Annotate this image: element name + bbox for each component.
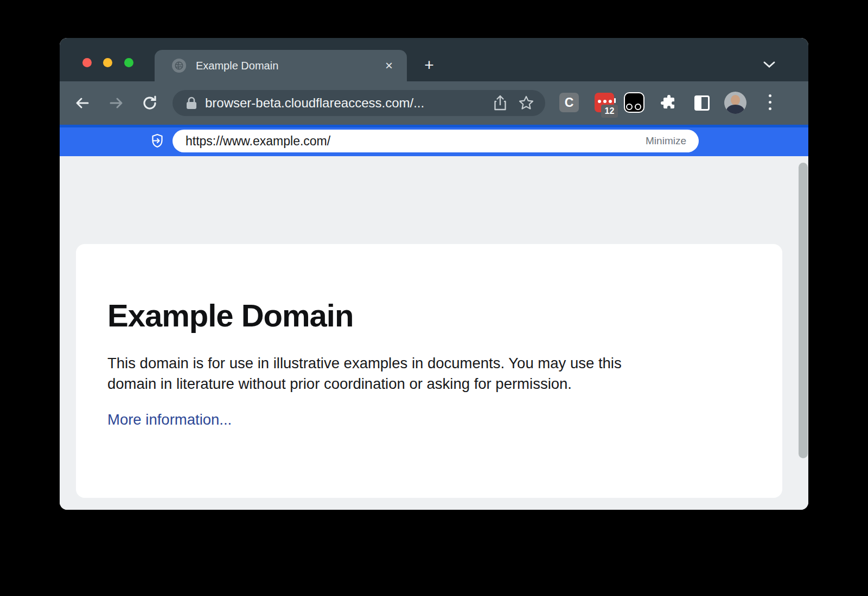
chevron-down-icon[interactable] bbox=[762, 60, 777, 69]
minimize-button[interactable]: Minimize bbox=[646, 135, 686, 147]
traffic-light-close-icon[interactable] bbox=[82, 58, 92, 67]
tab-strip: Example Domain × + bbox=[60, 38, 808, 81]
more-information-link[interactable]: More information... bbox=[107, 411, 232, 428]
lock-icon bbox=[186, 97, 197, 110]
kebab-menu-icon[interactable] bbox=[769, 94, 772, 114]
page-viewport: Example Domain This domain is for use in… bbox=[60, 156, 808, 510]
body-text: This domain is for use in illustrative e… bbox=[107, 353, 750, 394]
browser-toolbar: browser-beta.cloudflareaccess.com/... C … bbox=[60, 81, 808, 125]
back-icon[interactable] bbox=[74, 94, 91, 112]
browser-window: Example Domain × + bbox=[60, 38, 808, 510]
isolation-url-input[interactable]: https://www.example.com/ Minimize bbox=[173, 130, 699, 152]
globe-favicon-icon bbox=[172, 59, 186, 73]
traffic-light-zoom-icon[interactable] bbox=[124, 58, 133, 67]
star-icon[interactable] bbox=[519, 95, 534, 111]
scrollbar-thumb[interactable] bbox=[799, 163, 808, 458]
extension-c-icon[interactable]: C bbox=[559, 93, 579, 112]
share-icon[interactable] bbox=[493, 95, 507, 111]
tab-example-domain[interactable]: Example Domain × bbox=[155, 50, 407, 81]
body-line-2: domain in literature without prior coord… bbox=[107, 374, 750, 394]
address-bar-url[interactable]: browser-beta.cloudflareaccess.com/... bbox=[205, 95, 493, 111]
extension-black-icon[interactable] bbox=[624, 92, 644, 113]
isolation-bar: https://www.example.com/ Minimize bbox=[60, 125, 808, 156]
new-tab-icon[interactable]: + bbox=[422, 59, 436, 73]
close-icon[interactable]: × bbox=[385, 59, 393, 72]
tab-title: Example Domain bbox=[196, 60, 385, 72]
isolation-url[interactable]: https://www.example.com/ bbox=[186, 134, 646, 149]
shield-arrow-icon bbox=[149, 132, 166, 150]
page-title: Example Domain bbox=[107, 297, 750, 334]
puzzle-icon[interactable] bbox=[661, 95, 677, 111]
forward-icon bbox=[107, 94, 125, 112]
address-bar[interactable]: browser-beta.cloudflareaccess.com/... bbox=[173, 90, 545, 116]
side-panel-icon[interactable] bbox=[694, 95, 710, 111]
traffic-light-minimize-icon[interactable] bbox=[103, 58, 112, 67]
extension-red-icon[interactable]: 12 bbox=[595, 93, 614, 112]
content-card: Example Domain This domain is for use in… bbox=[76, 244, 782, 498]
body-line-1: This domain is for use in illustrative e… bbox=[107, 353, 750, 374]
avatar[interactable] bbox=[724, 92, 746, 114]
reload-icon[interactable] bbox=[141, 94, 158, 112]
extension-badge: 12 bbox=[601, 105, 618, 118]
